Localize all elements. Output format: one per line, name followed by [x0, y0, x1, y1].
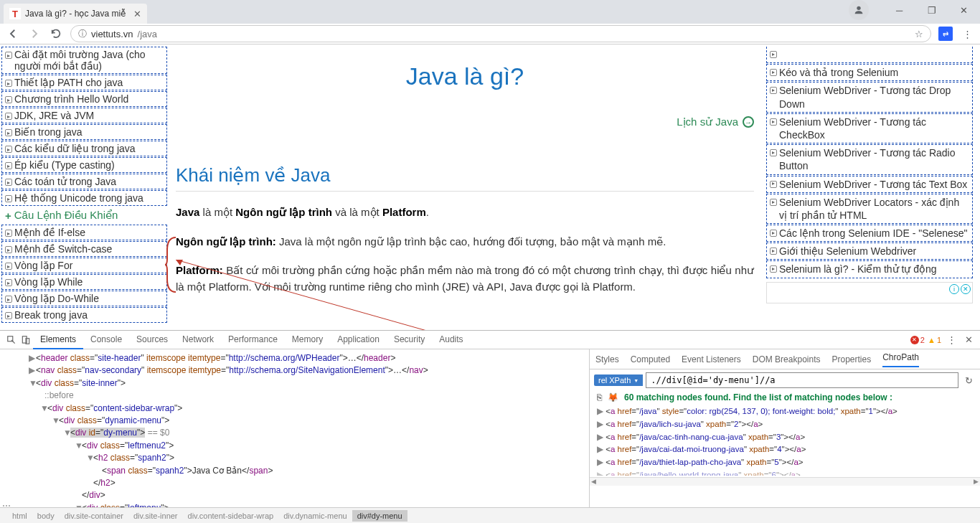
devtools-tab-network[interactable]: Network	[175, 331, 221, 349]
sidebar-item[interactable]: ▸Các toán tử trong Java	[1, 174, 167, 189]
devtools-menu-icon[interactable]: ⋮	[944, 333, 958, 347]
sidepanel-tab-dom-breakpoints[interactable]: DOM Breakpoints	[753, 354, 821, 364]
sidebar-item[interactable]: ▸JDK, JRE và JVM	[1, 108, 167, 123]
minimize-button[interactable]: ─	[883, 0, 915, 20]
reload-button[interactable]	[49, 27, 63, 41]
ad-info-icon[interactable]: i	[949, 284, 959, 294]
sidepanel-tab-properties[interactable]: Properties	[831, 354, 871, 364]
sidebar-item[interactable]: ▸Vòng lặp While	[1, 274, 167, 290]
xpath-input[interactable]	[646, 372, 958, 388]
section-heading: Khái niệm về Java	[176, 164, 754, 192]
copy-icon[interactable]: ⎘	[597, 392, 602, 402]
sidebar-item[interactable]: ▸Biến trong java	[1, 124, 167, 140]
elements-breadcrumb[interactable]: htmlbodydiv.site-containerdiv.site-inner…	[0, 507, 980, 523]
bullet-icon: ▸	[5, 162, 12, 169]
sidebar-item[interactable]: ▸Giới thiệu Selenium Webdriver	[766, 242, 973, 260]
maximize-button[interactable]: ❐	[915, 0, 948, 20]
sidebar-item[interactable]: ▸Selenium WebDriver Locators - xác định …	[766, 194, 973, 224]
bullet-icon: ▸	[5, 146, 12, 153]
devtools-tab-performance[interactable]: Performance	[221, 331, 285, 349]
result-message: 60 matching nodes found. Find the list o…	[624, 392, 892, 402]
sidebar-item[interactable]: ▸Kéo và thả trong Selenium	[766, 64, 973, 81]
back-button[interactable]	[6, 27, 20, 41]
result-row[interactable]: ▶ <a href="/java/hello-world-trong-java"…	[597, 469, 973, 476]
inspect-icon[interactable]	[4, 333, 19, 347]
devtools-tab-elements[interactable]: Elements	[33, 331, 83, 349]
chrome-menu-icon[interactable]: ⋮	[960, 27, 974, 41]
sidebar-item[interactable]: ▸Mệnh đề If-else	[1, 225, 167, 240]
breadcrumb-item[interactable]: div.site-container	[60, 510, 128, 522]
devtools-tab-sources[interactable]: Sources	[129, 331, 175, 349]
result-row[interactable]: ▶ <a href="/java" style="color: rgb(254,…	[597, 405, 973, 418]
xpath-bar: rel XPath ↻	[590, 369, 980, 391]
device-toggle-icon[interactable]	[19, 333, 33, 347]
sidepanel-tab-chropath[interactable]: ChroPath	[882, 352, 919, 367]
user-avatar-icon[interactable]	[849, 0, 869, 20]
sidebar-item[interactable]: ▸Chương trình Hello World	[1, 91, 167, 107]
sidebar-item[interactable]: ▸Selenium WebDriver - Tương tác Radio Bu…	[766, 144, 973, 174]
sidebar-item[interactable]: ▸Selenium WebDriver - Tương tác Text Box	[766, 176, 973, 193]
devtools-tab-security[interactable]: Security	[387, 331, 432, 349]
sidebar-item[interactable]: ▸Mệnh đề Switch-case	[1, 241, 167, 257]
devtools-close-icon[interactable]: ✕	[961, 333, 976, 347]
sidebar-item[interactable]: ▸Các lệnh trong Selenium IDE - "Selenese…	[766, 225, 973, 242]
forward-button[interactable]	[27, 27, 42, 41]
url-host: viettuts.vn	[91, 29, 133, 39]
browser-tab[interactable]: T Java là gì? - học Java miễ ✕	[4, 4, 147, 24]
devtools-tab-console[interactable]: Console	[83, 331, 129, 349]
sidebar-item[interactable]: ▸Vòng lặp For	[1, 258, 167, 273]
close-tab-icon[interactable]: ✕	[133, 9, 141, 19]
extension-icon[interactable]: ⇄	[938, 27, 953, 41]
breadcrumb-item[interactable]: body	[32, 510, 60, 522]
sidepanel-tab-event-listeners[interactable]: Event Listeners	[682, 354, 741, 364]
error-badge[interactable]: ✕2	[910, 336, 925, 344]
breadcrumb-item[interactable]: div#dy-menu	[352, 510, 407, 522]
sidepanel-tab-styles[interactable]: Styles	[595, 354, 619, 364]
sidepanel-tab-computed[interactable]: Computed	[631, 354, 670, 364]
url-box[interactable]: ⓘ viettuts.vn/java ☆	[70, 25, 931, 42]
sidebar-item[interactable]: ▸Thiết lập PATH cho java	[1, 75, 167, 90]
ad-close-icon[interactable]: ✕	[961, 284, 971, 294]
devtools-tab-memory[interactable]: Memory	[285, 331, 330, 349]
horizontal-scrollbar[interactable]: ◀▶	[590, 477, 980, 486]
xpath-mode-select[interactable]: rel XPath	[594, 374, 643, 386]
sidebar-item[interactable]: ▸Break trong java	[1, 307, 167, 323]
sidebar-item[interactable]: ▸Cài đặt môi trường Java (cho người mới …	[1, 47, 167, 74]
firefox-icon[interactable]: 🦊	[608, 392, 618, 402]
devtools-tab-audits[interactable]: Audits	[432, 331, 470, 349]
close-button[interactable]: ✕	[948, 0, 980, 20]
bookmark-icon[interactable]: ☆	[915, 29, 923, 39]
sidebar-item[interactable]: ▸Ép kiểu (Type casting)	[1, 157, 167, 173]
sidebar-item[interactable]: ▸Selenium WebDriver - Tương tác Drop Dow…	[766, 82, 973, 112]
site-info-icon[interactable]: ⓘ	[78, 28, 87, 40]
tab-title: Java là gì? - học Java miễ	[25, 9, 129, 19]
result-row[interactable]: ▶ <a href="/java/thiet-lap-path-cho-java…	[597, 456, 973, 469]
devtools-body: ⋯ ▶<header class="site-header" itemscope…	[0, 349, 980, 507]
sidebar-item[interactable]: ▸Selenium WebDriver - Tương tác CheckBox	[766, 113, 973, 143]
bullet-icon: ▸	[770, 87, 777, 94]
result-row[interactable]: ▶ <a href="/java/lich-su-java" xpath="2"…	[597, 418, 973, 431]
sidebar-item[interactable]: ▸Các kiểu dữ liệu trong java	[1, 141, 167, 156]
breadcrumb-item[interactable]: div.content-sidebar-wrap	[183, 510, 279, 522]
breadcrumb-item[interactable]: div.dynamic-menu	[278, 510, 352, 522]
warning-badge[interactable]: ▲1	[928, 336, 941, 344]
sidebar-item[interactable]: ▸Vòng lặp Do-While	[1, 291, 167, 306]
result-list[interactable]: ▶ <a href="/java" style="color: rgb(254,…	[590, 404, 980, 477]
svg-point-0	[857, 6, 860, 10]
result-row[interactable]: ▶ <a href="/java/cac-tinh-nang-cua-java"…	[597, 431, 973, 444]
breadcrumb-item[interactable]: html	[7, 510, 32, 522]
new-tab-button[interactable]	[147, 4, 167, 24]
paragraph: Java là một Ngôn ngữ lập trình và là một…	[176, 204, 754, 221]
sidebar-item[interactable]: ▸Selenium là gì? - Kiểm thử tự động	[766, 260, 973, 278]
devtools-tab-application[interactable]: Application	[330, 331, 387, 349]
breadcrumb-item[interactable]: div.site-inner	[128, 510, 183, 522]
next-link[interactable]: Lịch sử Java →	[176, 116, 754, 128]
sidebar-group[interactable]: +Câu Lệnh Điều Khiển	[1, 207, 167, 224]
result-row[interactable]: ▶ <a href="/java/cai-dat-moi-truong-java…	[597, 443, 973, 456]
bullet-icon: ▸	[770, 265, 777, 273]
reset-icon[interactable]: ↻	[961, 373, 976, 387]
sidebar-item[interactable]: ▸Hệ thống Unicode trong java	[1, 190, 167, 206]
bullet-icon: ▸	[770, 118, 777, 126]
elements-tree[interactable]: ⋯ ▶<header class="site-header" itemscope…	[0, 349, 589, 507]
sidebar-item[interactable]: ▸x	[766, 47, 973, 63]
